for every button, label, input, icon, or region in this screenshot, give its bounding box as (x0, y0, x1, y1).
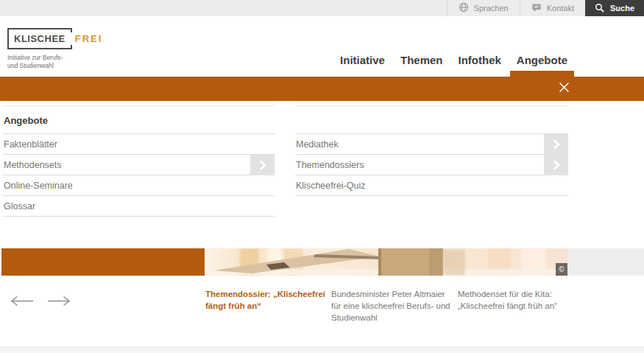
search-button[interactable]: Suche (585, 0, 644, 16)
chevron-right-button[interactable] (250, 155, 275, 175)
contact-label: Kontakt (547, 4, 574, 13)
chevron-right-icon (552, 138, 561, 151)
logo[interactable]: KLISCHEE FREI Initiative zur Berufs- und… (7, 28, 102, 70)
search-label: Suche (610, 4, 634, 13)
teaser-carousel: © (0, 248, 644, 276)
megamenu-item[interactable]: Klischeefrei-Quiz (295, 175, 568, 196)
footer-strip (0, 346, 644, 353)
megamenu-item-label: Klischeefrei-Quiz (296, 181, 365, 191)
megamenu-right-list: Mediathek Themendossiers (295, 134, 568, 196)
chat-bubble-icon (531, 3, 542, 14)
logo-accent-text: FREI (70, 32, 103, 45)
carousel-slide-next (567, 248, 644, 276)
nav-item[interactable]: Infothek (458, 54, 500, 77)
language-button[interactable]: Sprachen (447, 0, 520, 16)
dropdown-accent-bar (0, 77, 644, 101)
megamenu-item-label: Mediathek (296, 139, 339, 150)
cardboard-box-photo (205, 248, 567, 276)
carousel-next-button[interactable] (46, 295, 71, 307)
megamenu-item-label: Methodensets (4, 160, 62, 170)
header: KLISCHEE FREI Initiative zur Berufs- und… (0, 16, 644, 77)
megamenu-item[interactable]: Methodensets (3, 155, 275, 175)
globe-icon (459, 2, 469, 14)
megamenu-item-label: Glossar (4, 201, 35, 212)
megamenu-left-column: Angebote Faktenblätter Methodensets (3, 105, 275, 217)
carousel-prev-button[interactable] (10, 295, 35, 307)
megamenu-item[interactable]: Mediathek (295, 134, 568, 155)
logo-boxed-text: KLISCHEE (7, 28, 72, 49)
megamenu-column-spacer (295, 106, 568, 134)
chevron-right-icon (258, 158, 267, 172)
nav-item-label: Initiative (340, 54, 385, 66)
nav-item[interactable]: Themen (400, 54, 443, 77)
megamenu-right-column: Mediathek Themendossiers (295, 105, 568, 196)
nav-item-label: Angebote (517, 54, 567, 66)
carousel-caption[interactable]: Bundesminister Peter Altmaier für eine k… (331, 288, 450, 324)
logo-tagline: Initiative zur Berufs- und Studienwahl (7, 54, 102, 70)
close-icon (559, 82, 570, 96)
carousel-caption-active[interactable]: Themendossier: „Klischeefrei fängt früh … (205, 288, 325, 312)
carousel-slide-active[interactable] (1, 248, 205, 276)
nav-item[interactable]: Angebote (517, 54, 567, 77)
carousel-caption[interactable]: Methodenset für die Kita: „Klischeefrei … (458, 288, 557, 312)
page: Sprachen Kontakt Suche KL (0, 0, 644, 353)
megamenu-left-list: Faktenblätter Methodensets (3, 134, 275, 217)
megamenu-item-label: Faktenblätter (4, 139, 57, 150)
search-icon (595, 3, 604, 14)
chevron-right-icon (552, 158, 561, 172)
megamenu-item[interactable]: Themendossiers (295, 155, 568, 175)
nav-item[interactable]: Initiative (340, 54, 385, 77)
chevron-right-button[interactable] (544, 155, 568, 175)
language-label: Sprachen (474, 4, 509, 13)
contact-button[interactable]: Kontakt (520, 0, 585, 16)
topbar: Sprachen Kontakt Suche (0, 0, 644, 16)
arrow-left-icon (10, 295, 35, 307)
nav-item-label: Infothek (458, 54, 500, 66)
megamenu-item-label: Themendossiers (296, 160, 364, 170)
megamenu-panel: Angebote Faktenblätter Methodensets (0, 101, 644, 248)
arrow-right-icon (46, 295, 71, 307)
megamenu-item[interactable]: Online-Seminare (3, 175, 275, 196)
megamenu-heading: Angebote (3, 106, 275, 134)
copyright-icon[interactable]: © (556, 263, 567, 276)
nav-item-label: Themen (400, 54, 443, 66)
logo-tagline-line2: und Studienwahl (7, 62, 102, 70)
megamenu-item[interactable]: Glossar (3, 196, 275, 217)
close-button[interactable] (556, 80, 572, 97)
logo-tagline-line1: Initiative zur Berufs- (7, 54, 102, 62)
carousel-slide-photo[interactable] (205, 248, 567, 276)
main-nav: Initiative Themen Infothek Angebote (340, 54, 567, 77)
megamenu-item[interactable]: Faktenblätter (3, 134, 275, 155)
chevron-right-button[interactable] (544, 134, 568, 155)
megamenu-item-label: Online-Seminare (4, 181, 73, 191)
carousel-arrows (10, 295, 71, 307)
